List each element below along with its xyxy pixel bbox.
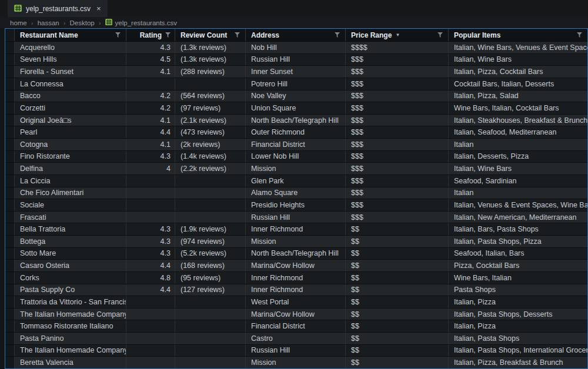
filter-icon[interactable] <box>335 31 340 39</box>
cell-address[interactable]: Nob Hill <box>246 42 346 53</box>
cell-rating[interactable]: 4.4 <box>126 284 175 296</box>
cell-price-range[interactable]: $$ <box>346 320 449 332</box>
table-row[interactable]: Cotogna 4.1 (2k reviews) Financial Distr… <box>5 138 587 150</box>
cell-rating[interactable]: 4.2 <box>126 102 175 114</box>
cell-review-count[interactable] <box>175 345 246 357</box>
cell-restaurant-name[interactable]: The Italian Homemade Company <box>15 345 126 357</box>
row-handle[interactable] <box>5 284 15 296</box>
cell-price-range[interactable]: $$ <box>346 345 449 357</box>
cell-restaurant-name[interactable]: Che Fico Alimentari <box>15 187 126 199</box>
cell-rating[interactable]: 4.1 <box>126 115 175 126</box>
cell-price-range[interactable]: $$$ <box>346 102 449 114</box>
table-row[interactable]: Fiorella - Sunset 4.1 (288 reviews) Inne… <box>5 65 587 78</box>
cell-popular-items[interactable]: Italian, Pizza, Breakfast & Brunch <box>449 357 587 368</box>
cell-review-count[interactable] <box>175 333 246 344</box>
cell-price-range[interactable]: $$$ <box>346 78 449 90</box>
table-row[interactable]: Pearl 4.4 (473 reviews) Outer Richmond $… <box>5 126 587 138</box>
cell-popular-items[interactable]: Seafood, Italian, Bars <box>449 248 587 260</box>
cell-restaurant-name[interactable]: Corks <box>15 272 126 284</box>
cell-restaurant-name[interactable]: Fiorella - Sunset <box>15 66 126 78</box>
column-header-review-count[interactable]: Review Count <box>175 29 246 41</box>
cell-rating[interactable]: 4.1 <box>126 139 175 150</box>
row-handle[interactable] <box>5 151 15 163</box>
sort-descending-icon[interactable]: ▼ <box>395 32 400 38</box>
cell-price-range[interactable]: $$$ <box>346 66 449 78</box>
cell-price-range[interactable]: $$ <box>346 272 449 284</box>
cell-rating[interactable]: 4.3 <box>126 223 175 235</box>
cell-rating[interactable] <box>126 345 175 357</box>
cell-price-range[interactable]: $$$ <box>346 139 449 150</box>
row-handle[interactable] <box>5 236 15 247</box>
cell-popular-items[interactable]: Italian, Seafood, Mediterranean <box>449 126 587 138</box>
cell-review-count[interactable]: (288 reviews) <box>175 66 246 78</box>
cell-review-count[interactable]: (564 reviews) <box>175 90 246 102</box>
row-handle[interactable] <box>5 296 15 308</box>
cell-rating[interactable]: 4.2 <box>126 90 175 102</box>
table-row[interactable]: Pasta Supply Co 4.4 (127 reviews) Inner … <box>5 284 587 296</box>
cell-restaurant-name[interactable]: Frascati <box>15 212 126 223</box>
cell-popular-items[interactable]: Cocktail Bars, Italian, Desserts <box>449 78 587 90</box>
cell-review-count[interactable]: (2k reviews) <box>175 139 246 150</box>
cell-restaurant-name[interactable]: Pasta Panino <box>15 333 126 344</box>
cell-restaurant-name[interactable]: Trattoria da Vittorio - San Francisco <box>15 296 126 308</box>
breadcrumb-file[interactable]: yelp_restaurants.csv <box>105 19 177 26</box>
cell-address[interactable]: Russian Hill <box>246 345 346 357</box>
cell-review-count[interactable]: (5.2k reviews) <box>175 248 246 260</box>
column-header-popular-items[interactable]: Popular Items <box>449 29 587 41</box>
cell-price-range[interactable]: $$$ <box>346 115 449 126</box>
cell-price-range[interactable]: $$ <box>346 296 449 308</box>
cell-rating[interactable] <box>126 187 175 199</box>
cell-review-count[interactable]: (1.3k reviews) <box>175 54 246 66</box>
table-row[interactable]: Trattoria da Vittorio - San Francisco We… <box>5 296 587 308</box>
cell-rating[interactable]: 4.3 <box>126 42 175 53</box>
column-header-restaurant-name[interactable]: Restaurant Name <box>15 29 126 41</box>
row-handle[interactable] <box>5 66 15 78</box>
row-handle[interactable] <box>5 126 15 138</box>
cell-rating[interactable]: 4.4 <box>126 260 175 271</box>
row-handle[interactable] <box>5 102 15 114</box>
cell-address[interactable]: Potrero Hill <box>246 78 346 90</box>
cell-popular-items[interactable]: Italian <box>449 139 587 150</box>
cell-review-count[interactable]: (2.2k reviews) <box>175 163 246 175</box>
table-row[interactable]: The Italian Homemade Company Russian Hil… <box>5 344 587 357</box>
cell-restaurant-name[interactable]: La Connessa <box>15 78 126 90</box>
cell-restaurant-name[interactable]: Pasta Supply Co <box>15 284 126 296</box>
column-header-address[interactable]: Address <box>246 29 346 41</box>
cell-address[interactable]: North Beach/Telegraph Hill <box>246 248 346 260</box>
table-row[interactable]: Fino Ristorante 4.3 (1.4k reviews) Lower… <box>5 150 587 163</box>
cell-price-range[interactable]: $$$ <box>346 187 449 199</box>
cell-price-range[interactable]: $$$ <box>346 175 449 187</box>
row-handle[interactable] <box>5 42 15 53</box>
cell-price-range[interactable]: $$ <box>346 223 449 235</box>
cell-popular-items[interactable]: Italian, Pasta Shops, Desserts <box>449 308 587 320</box>
cell-restaurant-name[interactable]: Beretta Valencia <box>15 357 126 368</box>
row-handle[interactable] <box>5 320 15 332</box>
cell-review-count[interactable] <box>175 187 246 199</box>
cell-address[interactable]: Lower Nob Hill <box>246 151 346 163</box>
cell-popular-items[interactable]: Italian, Wine Bars <box>449 163 587 175</box>
cell-price-range[interactable]: $$$ <box>346 212 449 223</box>
table-row[interactable]: Corks 4.8 (95 reviews) Inner Richmond $$… <box>5 271 587 284</box>
row-handle[interactable] <box>5 115 15 126</box>
cell-restaurant-name[interactable]: Delfina <box>15 163 126 175</box>
row-handle[interactable] <box>5 248 15 260</box>
cell-rating[interactable] <box>126 357 175 368</box>
cell-address[interactable]: Noe Valley <box>246 90 346 102</box>
cell-address[interactable]: Inner Richmond <box>246 272 346 284</box>
table-row[interactable]: Corzetti 4.2 (97 reviews) Union Square $… <box>5 102 587 114</box>
row-handle[interactable] <box>5 333 15 344</box>
row-handle[interactable] <box>5 175 15 187</box>
row-handle[interactable] <box>5 260 15 271</box>
cell-restaurant-name[interactable]: La Ciccia <box>15 175 126 187</box>
cell-review-count[interactable]: (473 reviews) <box>175 126 246 138</box>
cell-address[interactable]: Castro <box>246 333 346 344</box>
cell-rating[interactable]: 4.3 <box>126 151 175 163</box>
cell-rating[interactable]: 4.5 <box>126 54 175 66</box>
cell-address[interactable]: Financial District <box>246 320 346 332</box>
cell-rating[interactable]: 4.4 <box>126 126 175 138</box>
cell-popular-items[interactable]: Italian, New American, Mediterranean <box>449 212 587 223</box>
cell-restaurant-name[interactable]: Sotto Mare <box>15 248 126 260</box>
cell-price-range[interactable]: $$$$ <box>346 42 449 53</box>
cell-popular-items[interactable]: Italian, Desserts, Pizza <box>449 151 587 163</box>
cell-price-range[interactable]: $$ <box>346 333 449 344</box>
